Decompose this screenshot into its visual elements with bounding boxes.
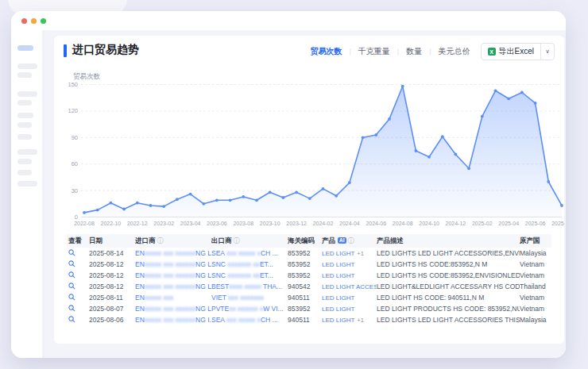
exporter-visible-prefix: SEA — [211, 249, 226, 257]
view-magnifier-icon[interactable] — [68, 260, 75, 267]
info-icon[interactable]: ⓘ — [157, 237, 164, 244]
view-magnifier-icon[interactable] — [68, 283, 75, 290]
sidebar-skeleton-item[interactable] — [17, 63, 37, 69]
sidebar-skeleton-item[interactable] — [17, 100, 32, 106]
cell-importer: ENxxxxx xxx xxxxxxNG L... — [135, 249, 211, 257]
cell-view — [67, 305, 89, 313]
maximize-window-icon[interactable] — [41, 18, 46, 24]
trade-trend-chart: 0306090120150 2022-082022-102022-122023-… — [64, 80, 564, 229]
cell-date: 2025-08-06 — [89, 316, 135, 324]
exporter-visible-prefix: SEA — [211, 316, 226, 324]
cell-description: LED LIGHTS HS CODE:853952,N M — [377, 260, 520, 268]
importer-link[interactable]: ENxxxxx xxx xxxxxxNG L... — [135, 249, 211, 257]
importer-link[interactable]: ENxxxxx xxx xxxxxxNG L... — [135, 283, 211, 290]
product-link[interactable]: LED LIGHT ACCESSORY — [322, 283, 377, 290]
sidebar-skeleton-item[interactable] — [17, 159, 32, 164]
view-magnifier-icon[interactable] — [68, 249, 75, 256]
exporter-visible-suffix: THA... — [263, 283, 282, 290]
column-header-hs-code: 海关编码 — [288, 236, 322, 246]
view-magnifier-icon[interactable] — [68, 316, 75, 323]
close-window-icon[interactable] — [21, 18, 27, 24]
cell-view — [67, 316, 89, 325]
svg-text:2025-02: 2025-02 — [472, 221, 493, 226]
importer-link[interactable]: ENxxxxx xxx — [135, 294, 173, 302]
sidebar-skeleton-item[interactable] — [17, 91, 37, 97]
cell-exporter: SNC xxxxxxx xxET... — [211, 260, 288, 268]
cell-view — [67, 283, 89, 291]
view-magnifier-icon[interactable] — [68, 294, 75, 301]
importer-visible-prefix: EN — [135, 271, 145, 279]
sidebar-skeleton-item[interactable] — [17, 122, 32, 128]
series-area — [84, 86, 562, 217]
importer-link[interactable]: ENxxxxx xxx xxxxxxNG L... — [135, 260, 211, 268]
info-icon[interactable]: ⓘ — [234, 237, 240, 244]
importer-link[interactable]: ENxxxxx xxx xxxxxxNG L... — [135, 271, 211, 279]
tab-trade-count[interactable]: 贸易次数 — [311, 46, 342, 57]
column-header-origin: 原产国 — [520, 236, 551, 246]
cell-description: LED LIGHTS LED LIGHT ACCESSORIES,ENVISIO… — [377, 249, 520, 257]
tab-usd-total[interactable]: 美元总价 — [439, 46, 470, 57]
info-icon[interactable]: ⓘ — [348, 237, 354, 244]
cell-exporter: BESTxxxx xxxxx THA... — [211, 283, 288, 290]
sidebar-skeleton-item[interactable] — [17, 113, 33, 118]
importer-redacted-text: xxxxx xxx xxxxxx — [145, 283, 195, 290]
cell-view — [67, 271, 89, 280]
exporter-link[interactable]: SNC xxxxxxx xxET... — [211, 260, 273, 268]
svg-text:2023-02: 2023-02 — [153, 221, 174, 226]
cell-description: LED LIGHT HS CODE: 940511,N M — [377, 294, 520, 302]
importer-visible-suffix: NG L... — [195, 249, 211, 257]
tab-kg-weight[interactable]: 千克重量 — [358, 46, 390, 57]
svg-text:2024-06: 2024-06 — [366, 221, 386, 226]
exporter-visible-suffix: CH ... — [261, 316, 278, 324]
view-magnifier-icon[interactable] — [68, 305, 75, 312]
exporter-link[interactable]: SEA xxx xxxxx xCH ... — [211, 316, 278, 324]
cell-origin-country: Vietnam — [520, 305, 551, 313]
product-link[interactable]: LED LIGHT — [322, 317, 354, 324]
column-header-view: 查看 — [67, 236, 89, 246]
cell-exporter: SEA xxx xxxxx xCH ... — [211, 316, 288, 324]
exporter-link[interactable]: VIET xxx xxxxxxx — [211, 294, 264, 302]
table-row: 2025-08-12ENxxxxx xxx xxxxxxNG L...SNC x… — [67, 270, 551, 281]
product-link[interactable]: LED LIGHT — [322, 261, 354, 268]
sidebar-skeleton-item[interactable] — [17, 72, 32, 78]
sidebar-skeleton-item[interactable] — [17, 134, 32, 140]
importer-redacted-text: xxxxx xxx xxxxxx — [145, 249, 195, 257]
view-magnifier-icon[interactable] — [68, 271, 75, 279]
importer-link[interactable]: ENxxxxx xxx xxxxxxNG I... — [135, 316, 211, 324]
product-more-count[interactable]: +1 — [357, 250, 364, 257]
importer-link[interactable]: ENxxxxx xxx xxxxxxNG L... — [135, 305, 211, 313]
exporter-visible-prefix: PVTE — [211, 305, 229, 313]
cell-hs-code: 853952 — [288, 260, 322, 268]
table-row: 2025-08-14ENxxxxx xxx xxxxxxNG L...SEA x… — [67, 248, 551, 259]
cell-origin-country: Vietnam — [520, 294, 551, 302]
exporter-link[interactable]: SEA xxx xxxxx xCH ... — [211, 249, 278, 257]
chevron-down-icon: ∨ — [545, 48, 549, 55]
cell-importer: ENxxxxx xxx xxxxxxNG I... — [135, 316, 211, 324]
export-excel-main[interactable]: X 导出Excel — [482, 46, 540, 57]
tab-quantity[interactable]: 数量 — [406, 46, 422, 57]
exporter-link[interactable]: SNC xxxxxxx xxET... — [211, 271, 273, 279]
export-dropdown-caret[interactable]: ∨ — [540, 44, 554, 60]
product-link[interactable]: LED LIGHT — [322, 250, 354, 257]
exporter-link[interactable]: PVTExx xxxxxx xW VI... — [211, 305, 284, 313]
sidebar-skeleton-item[interactable] — [17, 149, 37, 155]
export-excel-button[interactable]: X 导出Excel ∨ — [481, 43, 555, 60]
cell-origin-country: Thailand — [520, 283, 551, 290]
product-link[interactable]: LED LIGHT — [322, 294, 354, 302]
product-link[interactable]: LED LIGHT — [322, 306, 354, 313]
product-link[interactable]: LED LIGHT — [322, 272, 354, 279]
cell-origin-country: Vietnam — [520, 260, 551, 268]
sidebar-skeleton-item[interactable] — [17, 181, 37, 186]
minimize-window-icon[interactable] — [31, 18, 37, 24]
metric-tabs: 贸易次数|千克重量|数量|美元总价 X 导出Excel ∨ — [311, 43, 555, 60]
product-more-count[interactable]: +1 — [357, 317, 364, 324]
browser-window: 进口贸易趋势 贸易次数|千克重量|数量|美元总价 X 导出Excel ∨ — [11, 11, 566, 358]
sidebar-item-active[interactable] — [17, 45, 33, 51]
exporter-link[interactable]: BESTxxxx xxxxx THA... — [211, 283, 282, 290]
importer-redacted-text: xxxxx xxx xxxxxx — [145, 316, 195, 324]
cell-product: LED LIGHT — [322, 294, 377, 302]
table-row: 2025-08-06ENxxxxx xxx xxxxxxNG I...SEA x… — [67, 314, 551, 325]
table-row: 2025-08-12ENxxxxx xxx xxxxxxNG L...BESTx… — [67, 281, 551, 292]
exporter-redacted-text: xxx xxxxxxx — [226, 294, 264, 302]
sidebar-skeleton-item[interactable] — [17, 170, 32, 175]
